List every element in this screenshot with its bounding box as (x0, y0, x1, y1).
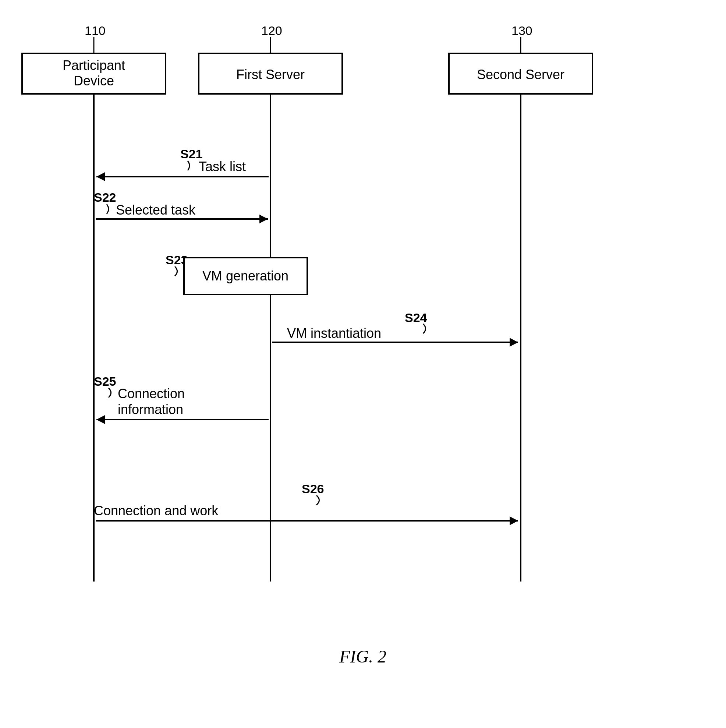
ref-130: 130 (512, 24, 532, 38)
s26-arrowhead (510, 516, 518, 525)
s22-arrowhead (260, 214, 268, 223)
s25-desc-2: information (118, 402, 183, 417)
figure-label: FIG. 2 (339, 647, 387, 666)
second-server-label: Second Server (477, 67, 564, 82)
diagram-svg: 110 120 130 Participant Device First Ser… (0, 0, 726, 728)
first-server-label: First Server (236, 67, 305, 82)
vm-generation-label: VM generation (202, 268, 289, 283)
s25-arrowhead (96, 415, 105, 424)
participant-device-label-1: Participant (63, 58, 125, 73)
ref-120: 120 (261, 24, 282, 38)
s21-arrowhead (96, 172, 105, 181)
s21-desc: Task list (199, 159, 246, 174)
ref-110: 110 (85, 24, 105, 38)
s24-desc: VM instantiation (287, 326, 381, 341)
s24-arrowhead (510, 338, 518, 347)
s25-desc-1: Connection (118, 386, 185, 401)
s22-label: S22 (94, 190, 116, 204)
s22-desc: Selected task (116, 202, 196, 217)
participant-device-label-2: Device (73, 73, 114, 88)
s26-label: S26 (302, 482, 324, 496)
diagram-container: 110 120 130 Participant Device First Ser… (0, 0, 726, 728)
s24-label: S24 (405, 310, 427, 324)
s25-label: S25 (94, 374, 116, 388)
s26-desc: Connection and work (94, 503, 219, 518)
